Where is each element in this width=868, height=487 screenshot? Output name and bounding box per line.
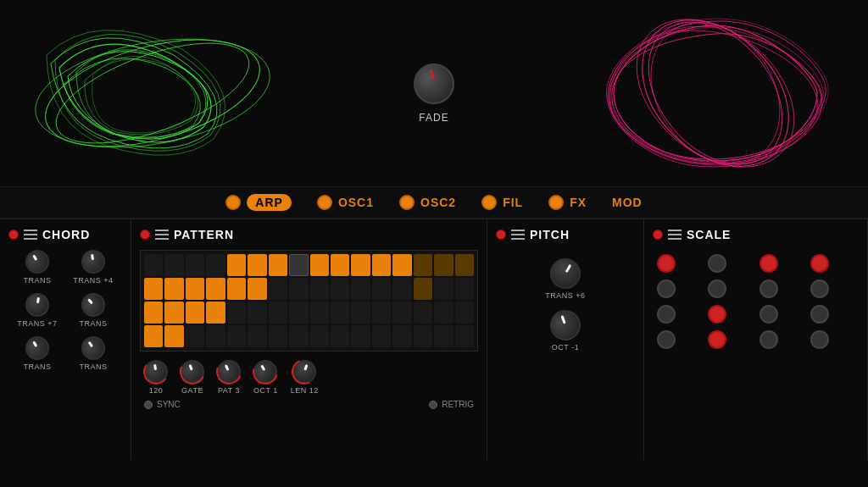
pattern-cell[interactable] (248, 302, 266, 324)
pattern-cell[interactable] (372, 325, 391, 347)
pattern-cell[interactable] (414, 254, 432, 276)
pattern-cell[interactable] (269, 254, 287, 276)
scale-dot-8[interactable] (657, 305, 676, 324)
pattern-cell[interactable] (186, 278, 204, 300)
pitch-knob-oct-1-dial[interactable] (546, 306, 585, 345)
scale-dot-6[interactable] (760, 279, 778, 298)
chord-knob-trans4-dial[interactable] (80, 248, 107, 275)
fade-knob[interactable] (414, 64, 454, 104)
pattern-cell[interactable] (351, 302, 370, 324)
pattern-cell[interactable] (289, 254, 308, 276)
pattern-cell[interactable] (206, 302, 225, 324)
pitch-knob-trans6-dial[interactable] (544, 252, 586, 294)
pattern-cell[interactable] (414, 278, 432, 300)
pattern-cell[interactable] (372, 254, 391, 276)
pattern-knob-pat3-dial[interactable] (213, 356, 244, 387)
pattern-cell[interactable] (206, 325, 225, 347)
pattern-cell[interactable] (164, 325, 183, 347)
pattern-cell[interactable] (331, 254, 349, 276)
scale-dot-0[interactable] (657, 254, 676, 273)
pattern-cell[interactable] (455, 302, 474, 324)
pattern-cell[interactable] (310, 278, 329, 300)
scale-dot-11[interactable] (810, 305, 829, 324)
pattern-cell[interactable] (392, 278, 411, 300)
pattern-cell[interactable] (310, 254, 329, 276)
nav-item-osc2[interactable]: OSC2 (399, 195, 456, 210)
pattern-cell[interactable] (269, 278, 287, 300)
nav-item-fil[interactable]: FIL (481, 195, 523, 210)
pattern-cell[interactable] (186, 254, 204, 276)
pattern-cell[interactable] (372, 302, 391, 324)
scale-dot-2[interactable] (760, 254, 778, 273)
pattern-cell[interactable] (144, 302, 163, 324)
pattern-knob-oct1-dial[interactable] (249, 356, 281, 388)
pattern-cell[interactable] (144, 278, 163, 300)
chord-knob-trans7-dial[interactable] (24, 291, 51, 318)
retrig-toggle[interactable]: RETRIG (429, 400, 474, 409)
pattern-cell[interactable] (331, 325, 349, 347)
scale-dot-15[interactable] (810, 330, 829, 349)
pattern-grid[interactable] (140, 250, 478, 351)
pattern-cell[interactable] (455, 254, 474, 276)
nav-item-arp[interactable]: ARP (225, 194, 292, 211)
chord-knob-trans3-dial[interactable] (76, 288, 109, 321)
pattern-cell[interactable] (414, 302, 432, 324)
pattern-cell[interactable] (144, 325, 163, 347)
scale-dot-12[interactable] (657, 330, 676, 349)
pattern-cell[interactable] (351, 325, 370, 347)
pattern-cell[interactable] (455, 278, 474, 300)
pattern-cell[interactable] (248, 325, 266, 347)
pattern-cell[interactable] (331, 302, 349, 324)
pattern-cell[interactable] (164, 254, 183, 276)
scale-dot-14[interactable] (760, 330, 778, 349)
scale-dot-9[interactable] (708, 305, 726, 324)
pattern-cell[interactable] (227, 254, 246, 276)
pattern-cell[interactable] (227, 302, 246, 324)
pattern-cell[interactable] (186, 302, 204, 324)
pattern-cell[interactable] (392, 302, 411, 324)
pattern-cell[interactable] (248, 278, 266, 300)
pattern-cell[interactable] (206, 254, 225, 276)
pattern-cell[interactable] (164, 302, 183, 324)
pattern-cell[interactable] (434, 254, 453, 276)
pattern-cell[interactable] (310, 302, 329, 324)
pattern-knob-gate-dial[interactable] (177, 357, 208, 387)
scale-dot-5[interactable] (708, 279, 726, 298)
pattern-cell[interactable] (289, 325, 308, 347)
scale-dot-13[interactable] (708, 330, 726, 349)
pattern-cell[interactable] (351, 278, 370, 300)
pattern-cell[interactable] (227, 325, 246, 347)
chord-knob-trans5-dial[interactable] (21, 332, 53, 364)
nav-item-fx[interactable]: FX (548, 195, 587, 210)
chord-knob-trans6-dial[interactable] (77, 332, 110, 365)
pattern-cell[interactable] (206, 278, 225, 300)
scale-dot-4[interactable] (657, 279, 676, 298)
pattern-cell[interactable] (248, 254, 266, 276)
pattern-cell[interactable] (434, 278, 453, 300)
pattern-cell[interactable] (351, 254, 370, 276)
pattern-cell[interactable] (144, 254, 163, 276)
pattern-cell[interactable] (331, 278, 349, 300)
pattern-knob-len12-dial[interactable] (289, 357, 320, 387)
pattern-cell[interactable] (392, 254, 411, 276)
pattern-cell[interactable] (269, 302, 287, 324)
scale-dot-10[interactable] (760, 305, 778, 324)
nav-item-mod[interactable]: MOD (612, 196, 643, 209)
sync-toggle[interactable]: SYNC (144, 400, 181, 409)
scale-dot-1[interactable] (708, 254, 726, 273)
pattern-cell[interactable] (434, 325, 453, 347)
pattern-cell[interactable] (372, 278, 391, 300)
pattern-cell[interactable] (392, 325, 411, 347)
pattern-cell[interactable] (289, 278, 308, 300)
pattern-knob-120-dial[interactable] (142, 358, 170, 385)
pattern-cell[interactable] (310, 325, 329, 347)
pattern-cell[interactable] (164, 278, 183, 300)
pattern-cell[interactable] (434, 302, 453, 324)
pattern-cell[interactable] (269, 325, 287, 347)
nav-item-osc1[interactable]: OSC1 (317, 195, 374, 210)
scale-dot-3[interactable] (810, 254, 829, 273)
pattern-cell[interactable] (289, 302, 308, 324)
pattern-cell[interactable] (455, 325, 474, 347)
chord-knob-trans1-dial[interactable] (21, 246, 53, 278)
pattern-cell[interactable] (227, 278, 246, 300)
